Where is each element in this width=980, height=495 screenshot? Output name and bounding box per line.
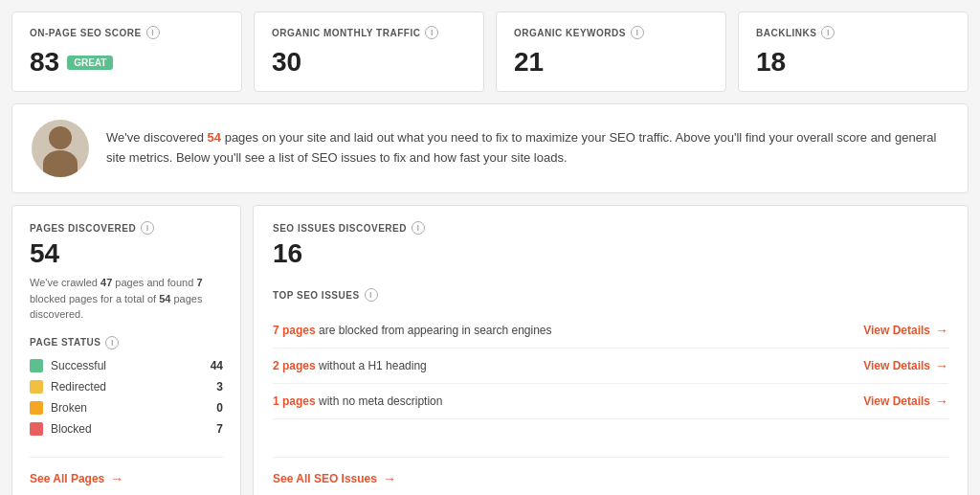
metric-value-organic-keywords: 21 [514,47,708,78]
view-details-link-2[interactable]: View Details → [863,394,948,409]
seo-issues-value: 16 [273,238,948,269]
banner-section: We've discovered 54 pages on your site a… [11,103,969,193]
issue-text-1: 2 pages without a H1 heading [273,359,844,372]
status-left: Blocked [30,422,92,436]
status-name-successful: Successful [51,359,106,372]
metric-info-icon-organic-traffic[interactable]: i [425,26,438,39]
see-all-pages-link[interactable]: See All Pages → [30,471,223,486]
issue-highlight-2: 1 pages [273,394,316,408]
metric-info-icon-on-page-seo[interactable]: i [146,26,160,39]
banner-highlight: 54 [208,130,221,145]
status-name-blocked: Blocked [51,422,92,436]
view-details-arrow-1: → [935,358,948,373]
status-count-broken: 0 [216,401,223,415]
metric-info-icon-backlinks[interactable]: i [821,26,835,39]
metric-label-backlinks: BACKLINKS i [756,26,950,39]
page-status-title: PAGE STATUS i [30,336,223,349]
metric-card-organic-keywords: ORGANIC KEYWORDS i21 [496,11,726,92]
page-status-info-icon[interactable]: i [105,336,119,349]
metric-value-backlinks: 18 [756,47,950,78]
metric-label-organic-traffic: ORGANIC MONTHLY TRAFFIC i [272,26,466,39]
issue-row-2: 1 pages with no meta descriptionView Det… [273,384,948,419]
metric-value-on-page-seo: 83GREAT [30,47,224,78]
metric-info-icon-organic-keywords[interactable]: i [631,26,644,39]
see-all-pages-arrow-icon: → [110,471,123,486]
issue-highlight-1: 2 pages [273,359,316,372]
status-dot-redirected [30,380,43,394]
status-count-redirected: 3 [216,380,223,394]
status-row-successful: Successful44 [30,359,223,372]
metric-badge-great: GREAT [67,56,113,70]
metric-card-organic-traffic: ORGANIC MONTHLY TRAFFIC i30 [254,11,484,92]
status-count-successful: 44 [211,359,223,372]
status-count-blocked: 7 [216,422,223,436]
status-dot-successful [30,359,43,372]
issues-container: 7 pages are blocked from appearing in se… [273,313,948,419]
pages-discovered-panel: PAGES DISCOVERED i 54 We've crawled 47 p… [11,205,241,495]
view-details-arrow-2: → [935,394,948,409]
seo-issues-panel: SEO ISSUES DISCOVERED i 16 TOP SEO ISSUE… [253,205,969,495]
status-left: Successful [30,359,106,372]
status-dot-broken [30,401,43,415]
issue-highlight-0: 7 pages [273,324,316,337]
seo-issues-info-icon[interactable]: i [412,221,425,235]
see-all-seo-arrow-icon: → [383,471,396,486]
bottom-row: PAGES DISCOVERED i 54 We've crawled 47 p… [11,205,969,495]
top-seo-info-icon[interactable]: i [365,288,378,302]
metric-label-organic-keywords: ORGANIC KEYWORDS i [514,26,708,39]
pages-discovered-value: 54 [30,238,223,269]
status-rows: Successful44Redirected3Broken0Blocked7 [30,359,223,443]
see-all-seo-link[interactable]: See All SEO Issues → [273,471,948,486]
metric-card-backlinks: BACKLINKS i18 [738,11,969,92]
pages-discovered-desc: We've crawled 47 pages and found 7 block… [30,275,223,323]
status-row-blocked: Blocked7 [30,422,223,436]
status-left: Redirected [30,380,106,394]
status-row-broken: Broken0 [30,401,223,415]
view-details-arrow-0: → [935,323,948,338]
status-dot-blocked [30,422,43,436]
view-details-link-1[interactable]: View Details → [863,358,948,373]
top-seo-issues-label: TOP SEO ISSUES i [273,288,948,302]
pages-discovered-label: PAGES DISCOVERED i [30,221,223,235]
banner-text: We've discovered 54 pages on your site a… [106,128,948,169]
metric-card-on-page-seo: ON-PAGE SEO SCORE i83GREAT [11,11,242,92]
issue-text-2: 1 pages with no meta description [273,394,844,408]
metric-label-on-page-seo: ON-PAGE SEO SCORE i [30,26,224,39]
status-name-broken: Broken [51,401,87,415]
issue-row-0: 7 pages are blocked from appearing in se… [273,313,948,349]
status-name-redirected: Redirected [51,380,106,394]
status-row-redirected: Redirected3 [30,380,223,394]
seo-issues-label: SEO ISSUES DISCOVERED i [273,221,948,235]
avatar [32,120,89,177]
pages-info-icon[interactable]: i [141,221,154,235]
view-details-link-0[interactable]: View Details → [863,323,948,338]
metrics-row: ON-PAGE SEO SCORE i83GREATORGANIC MONTHL… [11,11,969,92]
issue-row-1: 2 pages without a H1 headingView Details… [273,349,948,384]
issue-text-0: 7 pages are blocked from appearing in se… [273,324,844,337]
metric-value-organic-traffic: 30 [272,47,466,78]
status-left: Broken [30,401,87,415]
